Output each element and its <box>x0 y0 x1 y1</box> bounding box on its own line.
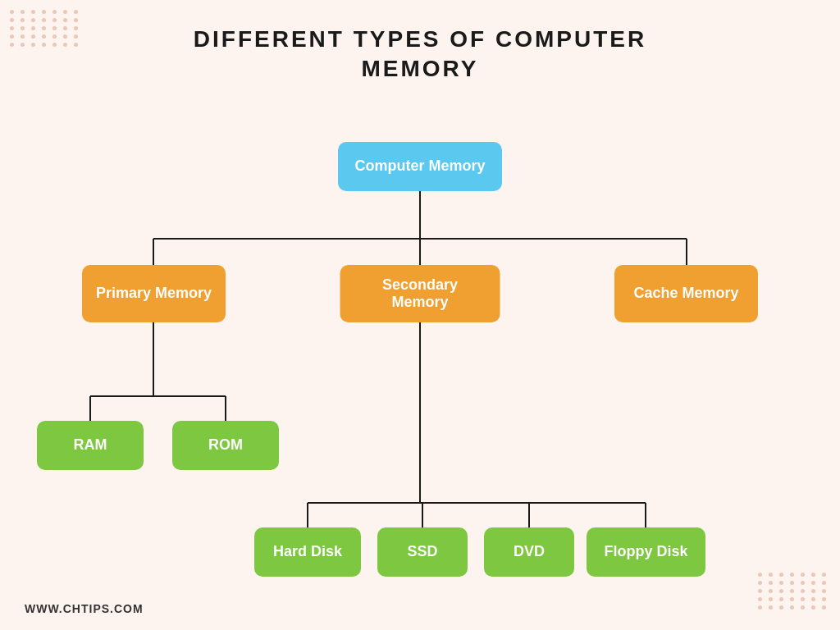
footer-url: WWW.CHTIPS.COM <box>25 602 144 615</box>
node-floppy-disk: Floppy Disk <box>587 527 705 577</box>
node-cache-memory: Cache Memory <box>614 265 758 322</box>
node-primary-memory: Primary Memory <box>82 265 226 322</box>
node-ssd: SSD <box>377 527 468 577</box>
node-hard-disk: Hard Disk <box>254 527 361 577</box>
page-title: DIFFERENT TYPES OF COMPUTER MEMORY <box>0 0 840 84</box>
node-rom: ROM <box>172 421 279 470</box>
decorative-dots-topleft <box>10 10 75 51</box>
node-computer-memory: Computer Memory <box>338 142 502 191</box>
node-dvd: DVD <box>484 527 574 577</box>
diagram-container: Computer Memory Primary Memory Secondary… <box>0 93 840 601</box>
node-secondary-memory: Secondary Memory <box>340 265 500 322</box>
node-ram: RAM <box>37 421 144 470</box>
